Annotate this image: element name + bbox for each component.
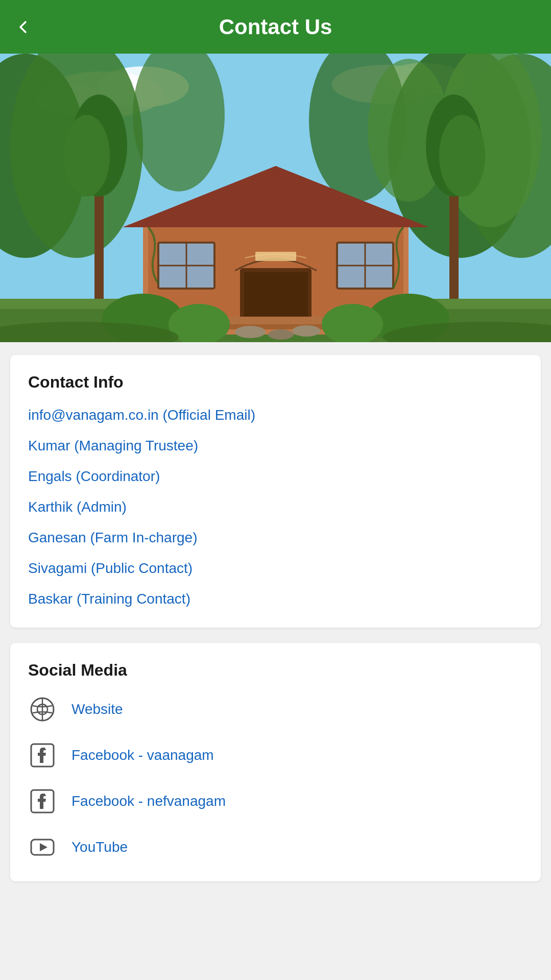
contact-engals-link[interactable]: Engals (Coordinator) xyxy=(28,468,523,485)
wordpress-icon xyxy=(28,695,56,723)
facebook-icon-1 xyxy=(28,741,56,769)
svg-point-39 xyxy=(64,115,110,197)
svg-rect-31 xyxy=(214,317,337,324)
social-website-item[interactable]: Website xyxy=(28,695,523,723)
social-fb-vaanagam-item[interactable]: Facebook - vaanagam xyxy=(28,741,523,769)
svg-marker-54 xyxy=(40,843,47,851)
page-title: Contact Us xyxy=(219,15,332,39)
svg-point-47 xyxy=(292,325,321,337)
social-media-title: Social Media xyxy=(28,661,523,680)
header: Contact Us xyxy=(0,0,551,54)
website-label: Website xyxy=(71,701,123,718)
contact-info-card: Contact Info info@vanagam.co.in (Officia… xyxy=(10,355,541,628)
social-fb-nefvanagam-item[interactable]: Facebook - nefvanagam xyxy=(28,787,523,815)
contact-sivagami-link[interactable]: Sivagami (Public Contact) xyxy=(28,560,523,577)
hero-image xyxy=(0,54,551,342)
youtube-icon xyxy=(28,833,56,861)
facebook-icon-2 xyxy=(28,787,56,815)
contact-karthik-link[interactable]: Karthik (Admin) xyxy=(28,499,523,515)
contact-info-title: Contact Info xyxy=(28,373,523,392)
svg-point-42 xyxy=(439,115,485,197)
svg-point-45 xyxy=(235,326,266,338)
contact-ganesan-link[interactable]: Ganesan (Farm In-charge) xyxy=(28,530,523,546)
fb-nefvanagam-label: Facebook - nefvanagam xyxy=(71,793,226,809)
youtube-label: YouTube xyxy=(71,839,128,855)
svg-point-46 xyxy=(268,329,294,340)
contact-kumar-link[interactable]: Kumar (Managing Trustee) xyxy=(28,438,523,454)
fb-vaanagam-label: Facebook - vaanagam xyxy=(71,747,214,763)
main-content: Contact Info info@vanagam.co.in (Officia… xyxy=(0,342,551,910)
contact-email-link[interactable]: info@vanagam.co.in (Official Email) xyxy=(28,407,523,423)
svg-rect-32 xyxy=(255,252,296,261)
social-youtube-item[interactable]: YouTube xyxy=(28,833,523,861)
contact-baskar-link[interactable]: Baskar (Training Contact) xyxy=(28,591,523,607)
social-media-card: Social Media Website xyxy=(10,643,541,881)
back-button[interactable] xyxy=(15,19,32,35)
